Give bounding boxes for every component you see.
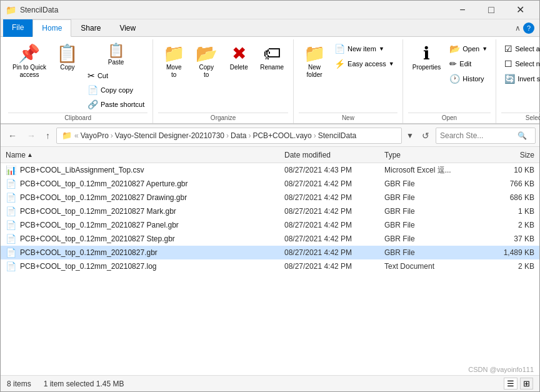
up-button[interactable]: ↑ [42, 129, 54, 143]
table-row[interactable]: 📄 PCB+COOL_top_0.12mm_20210827 Mark.gbr … [1, 204, 539, 218]
path-item-vayopro[interactable]: VayoPro [81, 131, 109, 140]
copy-icon: 📋 [56, 45, 78, 63]
details-view-button[interactable]: ☰ [504, 378, 518, 389]
open-group: ℹ Properties 📂 Open ▼ ✏ Edit 🕐 [403, 39, 496, 123]
move-to-icon: 📁 [163, 45, 185, 63]
new-folder-button[interactable]: 📁 New folder [299, 42, 330, 82]
new-item-button[interactable]: 📄 New item ▼ [331, 42, 398, 56]
col-header-type[interactable]: Type [384, 151, 484, 159]
move-to-button[interactable]: 📁 Move to [158, 42, 189, 82]
refresh-button[interactable]: ↺ [418, 129, 433, 143]
select-all-button[interactable]: ☑ Select all [501, 42, 540, 56]
file-name: PCB+COOL_top_0.12mm_20210827 Aperture.gb… [20, 179, 284, 188]
file-name: PCB+COOL_top_0.12mm_20210827 Mark.gbr [20, 207, 284, 216]
open-dropdown-icon: ▼ [482, 46, 488, 52]
ribbon-tab-bar: File Home Share View ∧ ? [1, 19, 539, 37]
file-type: GBR File [384, 207, 484, 216]
file-date: 08/27/2021 4:42 PM [284, 193, 384, 202]
properties-button[interactable]: ℹ Properties [408, 42, 446, 74]
tab-share[interactable]: Share [71, 19, 110, 37]
tab-view[interactable]: View [110, 19, 145, 37]
help-button[interactable]: ? [523, 23, 534, 34]
paste-shortcut-button[interactable]: 🔗 Paste shortcut [84, 98, 148, 111]
file-size: 10 KB [484, 166, 534, 174]
large-icon-view-button[interactable]: ⊞ [520, 378, 533, 389]
file-date: 08/27/2021 4:42 PM [284, 221, 384, 229]
copy-button[interactable]: 📋 Copy [52, 42, 83, 74]
copy-to-button[interactable]: 📂 Copy to [191, 42, 222, 82]
ribbon: 📌 Pin to Quick access 📋 Copy 📋 Paste ✂ [1, 37, 539, 124]
sort-arrow-name: ▲ [27, 151, 33, 158]
clipboard-group: 📌 Pin to Quick access 📋 Copy 📋 Paste ✂ [3, 39, 153, 123]
path-dropdown-button[interactable]: ▼ [404, 131, 416, 140]
select-group: ☑ Select all ☐ Select none 🔄 Invert sele… [496, 39, 540, 123]
open-button[interactable]: 📂 Open ▼ [446, 42, 491, 56]
window-controls: − □ ✕ [448, 1, 534, 19]
watermark: CSDN @vayoinfo111 [468, 366, 534, 373]
delete-button[interactable]: ✖ Delete [223, 42, 254, 74]
table-row[interactable]: 📄 PCB+COOL_top_0.12mm_20210827 Drawing.g… [1, 191, 539, 204]
history-button[interactable]: 🕐 History [446, 72, 491, 86]
table-row[interactable]: 📄 PCB+COOL_top_0.12mm_20210827 Step.gbr … [1, 232, 539, 246]
col-header-name[interactable]: Name ▲ [6, 151, 284, 159]
easy-access-button[interactable]: ⚡ Easy access ▼ [331, 57, 398, 71]
file-date: 08/27/2021 4:43 PM [284, 166, 384, 174]
forward-button[interactable]: → [23, 129, 39, 143]
new-items-col: 📄 New item ▼ ⚡ Easy access ▼ [331, 42, 398, 71]
ribbon-collapse-button[interactable]: ∧ [515, 24, 521, 33]
path-item-stencil[interactable]: StencilData [318, 131, 356, 140]
col-header-size[interactable]: Size [484, 151, 534, 159]
rename-label: Rename [260, 64, 284, 71]
file-type: GBR File [384, 234, 484, 243]
path-item-data[interactable]: Data [231, 131, 246, 140]
paste-shortcut-label: Paste shortcut [101, 101, 144, 108]
maximize-button[interactable]: □ [477, 1, 506, 19]
table-row[interactable]: 📊 PCB+COOL_LibAssignment_Top.csv 08/27/2… [1, 163, 539, 177]
tab-home[interactable]: Home [32, 19, 71, 37]
paste-shortcut-icon: 🔗 [88, 99, 98, 109]
path-item-designer[interactable]: Vayo-Stencil Designer-20210730 [115, 131, 224, 140]
cut-button[interactable]: ✂ Cut [84, 69, 148, 83]
cut-icon: ✂ [88, 71, 95, 81]
select-group-content: ☑ Select all ☐ Select none 🔄 Invert sele… [501, 42, 540, 111]
organize-group-label: Organize [158, 113, 288, 123]
table-row[interactable]: 📄 PCB+COOL_top_0.12mm_20210827 Panel.gbr… [1, 218, 539, 232]
select-none-button[interactable]: ☐ Select none [501, 57, 540, 71]
copy-copy-button[interactable]: 📄 Copy copy [84, 83, 148, 97]
pin-to-quick-access-button[interactable]: 📌 Pin to Quick access [8, 42, 51, 82]
rename-button[interactable]: 🏷 Rename [256, 42, 288, 74]
file-name: PCB+COOL_top_0.12mm_20210827 Panel.gbr [20, 221, 284, 229]
file-icon: 📄 [6, 220, 16, 230]
copy-copy-icon: 📄 [88, 85, 98, 95]
edit-label: Edit [459, 60, 471, 68]
open-label: Open [462, 45, 479, 53]
path-item-pcb[interactable]: PCB+COOL.vayo [252, 131, 311, 140]
search-input[interactable] [440, 131, 515, 140]
paste-icon: 📋 [108, 44, 124, 58]
path-sep-4: › [314, 131, 316, 140]
search-icon: 🔍 [518, 131, 527, 140]
paste-button[interactable]: 📋 Paste [84, 42, 148, 68]
edit-button[interactable]: ✏ Edit [446, 57, 491, 71]
file-name: PCB+COOL_top_0.12mm_20210827 Drawing.gbr [20, 193, 284, 202]
back-button[interactable]: ← [4, 129, 21, 143]
table-row[interactable]: 📄 PCB+COOL_top_0.12mm_20210827.log 08/27… [1, 259, 539, 273]
file-name: PCB+COOL_top_0.12mm_20210827.gbr [20, 248, 284, 257]
minimize-button[interactable]: − [448, 1, 477, 19]
close-button[interactable]: ✕ [506, 1, 534, 19]
search-box[interactable]: 🔍 [436, 128, 536, 144]
tab-file[interactable]: File [3, 19, 32, 37]
history-label: History [462, 75, 484, 83]
pin-icon: 📌 [18, 45, 40, 63]
file-name: PCB+COOL_top_0.12mm_20210827 Step.gbr [20, 234, 284, 243]
address-path[interactable]: 📁 « VayoPro › Vayo-Stencil Designer-2021… [56, 128, 402, 144]
window-icon: 📁 [6, 5, 16, 15]
file-icon: 📄 [6, 206, 16, 216]
file-name: PCB+COOL_LibAssignment_Top.csv [20, 166, 284, 174]
select-all-icon: ☑ [504, 44, 512, 54]
open-group-content: ℹ Properties 📂 Open ▼ ✏ Edit 🕐 [408, 42, 491, 111]
col-header-date[interactable]: Date modified [284, 151, 384, 159]
table-row[interactable]: 📄 PCB+COOL_top_0.12mm_20210827.gbr 08/27… [1, 246, 539, 259]
invert-selection-button[interactable]: 🔄 Invert selection [501, 72, 540, 86]
table-row[interactable]: 📄 PCB+COOL_top_0.12mm_20210827 Aperture.… [1, 177, 539, 191]
